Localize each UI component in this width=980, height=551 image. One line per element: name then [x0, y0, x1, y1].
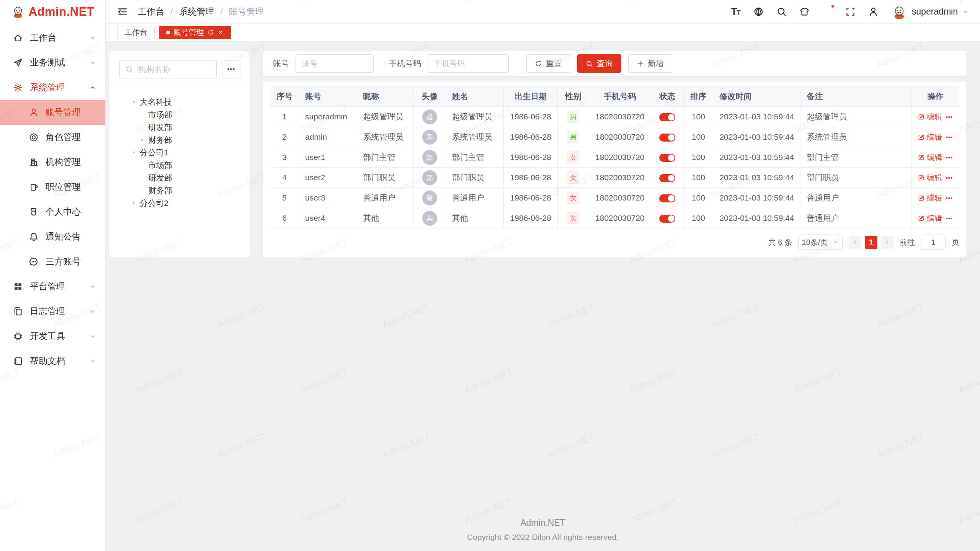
page-size-select[interactable]: 10条/页: [798, 235, 843, 250]
sidebar-item-notice[interactable]: 通知公告: [0, 224, 105, 249]
tree-node[interactable]: 研发部: [119, 171, 240, 184]
next-page-button[interactable]: [881, 236, 893, 249]
org-search-input[interactable]: [137, 64, 211, 74]
sidebar-item-profile-center[interactable]: 个人中心: [0, 199, 105, 224]
avatar: 系: [422, 130, 437, 145]
close-icon[interactable]: [217, 29, 224, 36]
more-actions-button[interactable]: •••: [946, 154, 953, 161]
cell-nickname: 部门职员: [357, 168, 413, 188]
app-logo[interactable]: Admin.NET: [0, 0, 105, 24]
grid-icon: [13, 282, 23, 292]
font-size-icon[interactable]: TT: [731, 6, 741, 18]
tab-active[interactable]: 账号管理: [159, 26, 231, 39]
account-input[interactable]: [296, 54, 374, 73]
more-actions-button[interactable]: •••: [946, 134, 953, 140]
sidebar-item-label: 机构管理: [46, 156, 96, 168]
tree-node[interactable]: 研发部: [119, 121, 240, 134]
cell-status: [651, 147, 684, 168]
cell-phone: 18020030720: [589, 188, 651, 208]
edit-button[interactable]: 编辑: [918, 112, 942, 122]
more-actions-button[interactable]: •••: [946, 174, 953, 181]
toggle-knob: [668, 155, 675, 161]
theme-icon[interactable]: [799, 6, 810, 18]
gender-badge: 女: [567, 151, 579, 163]
tree-node[interactable]: 市场部: [119, 108, 240, 121]
sidebar-item-org-mgmt[interactable]: 机构管理: [0, 150, 105, 174]
sidebar-item-role-mgmt[interactable]: 角色管理: [0, 125, 105, 150]
status-toggle[interactable]: [659, 134, 675, 142]
cell-phone: 18020030720: [589, 208, 651, 228]
tree-node[interactable]: 财务部: [119, 134, 240, 146]
tree-node[interactable]: 大名科技: [119, 96, 240, 108]
cell-birth: 1986-06-28: [504, 147, 557, 168]
fullscreen-icon[interactable]: [845, 6, 856, 18]
column-header-sort: 排序: [684, 86, 713, 107]
column-header-ops: 操作: [912, 86, 959, 107]
caret-down-icon[interactable]: [130, 99, 137, 105]
tree-node[interactable]: 财务部: [119, 184, 240, 197]
sidebar-item-workbench[interactable]: 工作台: [0, 25, 105, 50]
caret-down-icon[interactable]: [130, 150, 137, 155]
cell-no: 3: [270, 147, 299, 168]
edit-button[interactable]: 编辑: [918, 193, 942, 203]
edit-button[interactable]: 编辑: [918, 132, 942, 142]
cell-name: 系统管理员: [446, 127, 504, 147]
phone-input[interactable]: [428, 54, 509, 73]
user-icon[interactable]: [868, 6, 879, 18]
cell-no: 6: [270, 208, 299, 228]
sidebar-item-help-docs[interactable]: 帮助文档: [0, 349, 105, 373]
edit-button[interactable]: 编辑: [918, 213, 942, 223]
status-toggle[interactable]: [659, 194, 675, 202]
status-toggle[interactable]: [659, 215, 675, 223]
page-number-button[interactable]: 1: [865, 236, 877, 249]
status-toggle[interactable]: [659, 154, 675, 162]
search-icon[interactable]: [776, 6, 787, 18]
sidebar-item-business-test[interactable]: 业务测试: [0, 50, 105, 75]
avatar: 部: [422, 150, 437, 165]
cell-status: [651, 127, 684, 147]
footer-copyright: Copyright © 2022 Dilon All rights reserv…: [106, 533, 980, 542]
more-actions-button[interactable]: •••: [946, 195, 953, 201]
sidebar-item-platform-mgmt[interactable]: 平台管理: [0, 274, 105, 299]
edit-button-label: 编辑: [927, 132, 942, 142]
username: superadmin: [912, 7, 958, 17]
search-icon: [586, 60, 593, 67]
user-menu[interactable]: superadmin: [891, 4, 969, 20]
caret-right-icon[interactable]: [139, 137, 145, 143]
tree-node-label: 研发部: [148, 173, 172, 183]
goto-page-input[interactable]: [921, 235, 946, 250]
sidebar-item-third-account[interactable]: 三方账号: [0, 249, 105, 274]
tree-node[interactable]: 分公司1: [119, 146, 240, 159]
tree-node[interactable]: 分公司2: [119, 197, 240, 209]
reset-button[interactable]: 重置: [526, 54, 570, 73]
more-actions-button[interactable]: •••: [946, 215, 953, 222]
avatar: [891, 4, 907, 20]
collapse-menu-icon[interactable]: [117, 7, 128, 17]
status-toggle[interactable]: [659, 174, 675, 182]
edit-button[interactable]: 编辑: [918, 152, 942, 163]
org-more-button[interactable]: •••: [222, 60, 240, 78]
language-icon[interactable]: [753, 6, 764, 18]
caret-right-icon[interactable]: [130, 200, 137, 206]
prev-page-button[interactable]: [849, 236, 861, 249]
sidebar-item-log-mgmt[interactable]: 日志管理: [0, 299, 105, 324]
sidebar-item-position-mgmt[interactable]: 职位管理: [0, 174, 105, 199]
edit-button-label: 编辑: [927, 173, 942, 183]
status-toggle[interactable]: [659, 113, 675, 121]
refresh-icon[interactable]: [207, 29, 214, 36]
tab-item[interactable]: 工作台: [117, 26, 155, 39]
chat-icon: [28, 257, 39, 267]
notification-icon[interactable]: [822, 6, 833, 18]
search-button[interactable]: 查询: [577, 54, 621, 73]
role-icon: [28, 132, 39, 142]
tree-node[interactable]: 市场部: [119, 159, 240, 171]
more-actions-button[interactable]: •••: [946, 114, 953, 120]
sidebar-item-system-mgmt[interactable]: 系统管理: [0, 75, 105, 100]
sidebar-item-dev-tools[interactable]: 开发工具: [0, 324, 105, 349]
edit-button[interactable]: 编辑: [918, 173, 942, 183]
sidebar-item-account-mgmt[interactable]: 账号管理: [0, 100, 105, 125]
add-button[interactable]: 新增: [628, 54, 672, 73]
breadcrumb-item[interactable]: 工作台: [138, 6, 164, 18]
breadcrumb-item[interactable]: 系统管理: [179, 6, 214, 18]
sidebar-item-label: 帮助文档: [30, 355, 89, 367]
